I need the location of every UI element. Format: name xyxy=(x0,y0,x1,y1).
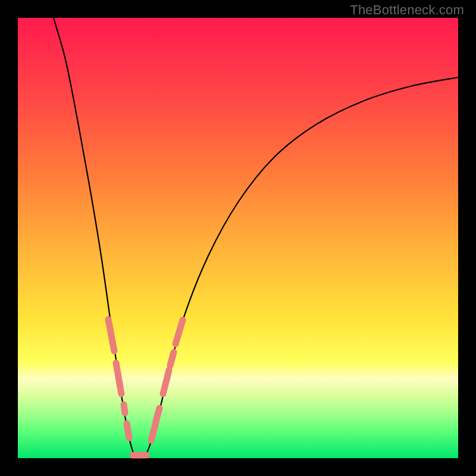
highlight-marker xyxy=(176,320,183,344)
highlight-marker xyxy=(163,370,169,394)
chart-frame: TheBottleneck.com xyxy=(0,0,476,476)
bottleneck-curve xyxy=(54,18,458,459)
plot-area xyxy=(18,18,458,458)
highlight-marker xyxy=(116,363,121,394)
highlight-markers xyxy=(108,320,183,455)
highlight-marker xyxy=(170,352,174,365)
watermark-text: TheBottleneck.com xyxy=(350,2,464,18)
highlight-marker xyxy=(108,320,114,351)
curve-layer xyxy=(18,18,458,458)
highlight-marker xyxy=(151,422,156,440)
highlight-marker xyxy=(124,405,125,413)
highlight-marker xyxy=(127,424,129,438)
highlight-marker xyxy=(156,408,159,421)
